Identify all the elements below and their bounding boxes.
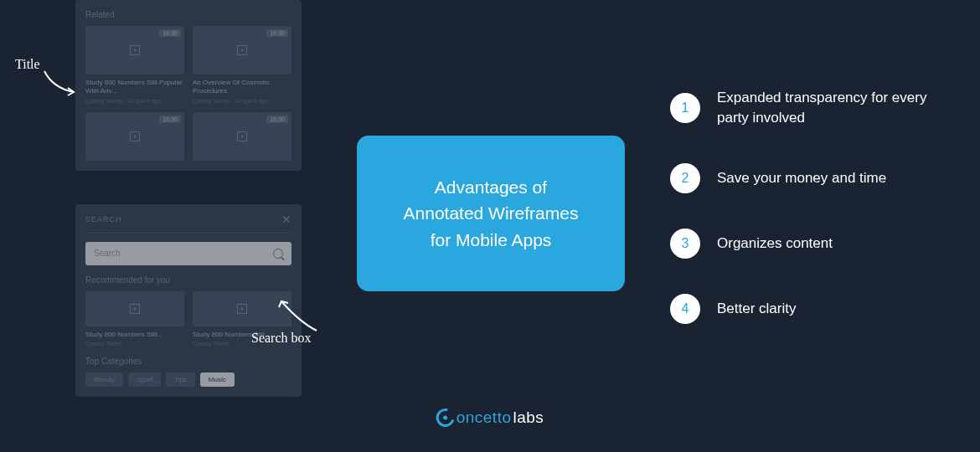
play-icon bbox=[237, 45, 247, 55]
video-card: 16:30 An Overview Of Cosmetic Procedures… bbox=[193, 26, 291, 104]
video-title: Study 800 Numbers Still Popular With Adv… bbox=[85, 79, 184, 96]
list-item: 4 Better clarity bbox=[670, 294, 930, 324]
play-icon bbox=[237, 131, 247, 141]
duration-badge: 16:30 bbox=[266, 116, 288, 123]
category-tag-active: Music bbox=[200, 372, 235, 387]
duration-badge: 16:30 bbox=[266, 29, 288, 37]
recommended-label: Recommended for you bbox=[85, 275, 291, 285]
title-card: Advantages of Annotated Wireframes for M… bbox=[357, 136, 625, 291]
search-icon bbox=[273, 249, 283, 259]
topcat-label: Top Categories bbox=[85, 357, 291, 366]
list-item: 2 Save your money and time bbox=[670, 163, 930, 193]
list-number: 2 bbox=[670, 163, 700, 193]
logo-icon bbox=[433, 405, 458, 430]
annotation-title: Title bbox=[15, 57, 40, 72]
video-card: Study 800 Numbers Still.. Creator Name bbox=[85, 291, 184, 347]
duration-badge: 16:30 bbox=[159, 29, 181, 37]
search-input: Search bbox=[85, 242, 291, 265]
related-panel: Related 16:30 Study 800 Numbers Still Po… bbox=[75, 0, 302, 171]
video-title: An Overview Of Cosmetic Procedures bbox=[193, 79, 291, 96]
search-header: SEARCH bbox=[85, 215, 122, 223]
arrow-icon bbox=[275, 297, 325, 335]
search-placeholder: Search bbox=[94, 249, 121, 258]
play-icon bbox=[130, 131, 140, 141]
title-line: Annotated Wireframes bbox=[404, 203, 579, 223]
video-title: Study 800 Numbers Still.. bbox=[85, 331, 184, 339]
video-meta: Creator Name bbox=[85, 341, 184, 347]
title-line: Advantages of bbox=[435, 177, 547, 197]
video-card: 16:30 Study 800 Numbers Still Popular Wi… bbox=[85, 26, 184, 104]
logo-text: labs bbox=[513, 408, 544, 427]
category-tag: Sport bbox=[128, 372, 161, 387]
concettolabs-logo: oncettolabs bbox=[436, 408, 544, 427]
category-tag: Beauty bbox=[85, 372, 123, 387]
list-text: Save your money and time bbox=[717, 168, 886, 188]
title-line: for Mobile Apps bbox=[431, 230, 552, 249]
close-icon: ✕ bbox=[281, 213, 291, 226]
related-header: Related bbox=[85, 10, 291, 19]
list-item: 3 Organizes content bbox=[670, 229, 930, 259]
duration-badge: 16:30 bbox=[159, 116, 181, 123]
logo-text: oncetto bbox=[456, 408, 512, 427]
list-number: 3 bbox=[670, 229, 700, 259]
list-item: 1 Expanded transparency for every party … bbox=[670, 88, 930, 128]
play-icon bbox=[237, 304, 247, 314]
play-icon bbox=[130, 304, 140, 314]
play-icon bbox=[130, 45, 140, 55]
list-text: Organizes content bbox=[717, 234, 833, 254]
video-meta: Creator Name · 14 hours ago bbox=[193, 98, 291, 104]
search-panel: SEARCH ✕ Search Recommended for you Stud… bbox=[75, 204, 302, 397]
arrow-icon bbox=[40, 67, 82, 100]
video-card: 16:30 bbox=[193, 112, 291, 161]
list-text: Expanded transparency for every party in… bbox=[717, 88, 930, 128]
list-number: 1 bbox=[670, 93, 700, 123]
video-meta: Creator Name · 14 hours ago bbox=[85, 98, 184, 104]
title-text: Advantages of Annotated Wireframes for M… bbox=[404, 174, 579, 254]
category-tag: Tips bbox=[166, 372, 195, 387]
list-text: Better clarity bbox=[717, 299, 796, 319]
video-card: 16:30 bbox=[85, 112, 184, 161]
advantages-list: 1 Expanded transparency for every party … bbox=[670, 88, 930, 359]
list-number: 4 bbox=[670, 294, 700, 324]
